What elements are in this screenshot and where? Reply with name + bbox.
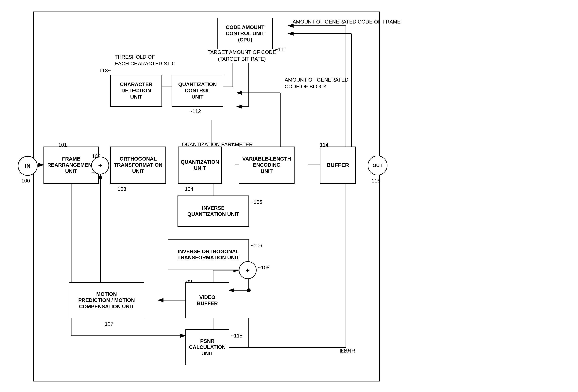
diagram-svg xyxy=(0,0,578,392)
out-circle: OUT xyxy=(368,156,387,175)
quant-block: QUANTIZATIONUNIT xyxy=(178,147,222,184)
lbl-101: 101 xyxy=(58,142,67,148)
motion-block: MOTIONPREDICTION / MOTIONCOMPENSATION UN… xyxy=(69,282,144,318)
video-buf-block: VIDEOBUFFER xyxy=(186,282,229,318)
lbl-105: ~105 xyxy=(251,199,262,205)
lbl-112: ~112 xyxy=(189,108,201,114)
char-detect-block: CHARACTERDETECTIONUNIT xyxy=(110,75,162,107)
lbl-109: 109 xyxy=(184,278,192,285)
target-label: TARGET AMOUNT OF CODE(TARGET BIT RATE) xyxy=(208,49,276,62)
buffer-block: BUFFER xyxy=(320,147,356,184)
lbl-113: 113~ xyxy=(99,68,111,74)
inv-quant-block: INVERSEQUANTIZATION UNIT xyxy=(178,196,249,227)
code-amount-block: CODE AMOUNTCONTROL UNIT(CPU) xyxy=(217,18,273,49)
var-len-block: VARIABLE-LENGTHENCODINGUNIT xyxy=(239,147,294,184)
diagram-container: 116 CODE AMOUNTCONTROL UNIT(CPU) ~111 CH… xyxy=(0,0,578,392)
lbl-102: 102 xyxy=(92,153,100,159)
lbl-107: 107 xyxy=(105,321,113,327)
adder-108: + xyxy=(239,261,257,279)
threshold-label: THRESHOLD OFEACH CHARACTERISTIC xyxy=(115,54,176,67)
psnr-block: PSNRCALCULATIONUNIT xyxy=(186,329,229,365)
svg-point-44 xyxy=(247,288,251,292)
psnr-text: PSNR xyxy=(340,348,355,354)
lbl-104: 104 xyxy=(185,186,193,192)
lbl-100: 100 xyxy=(21,178,30,184)
lbl-116: 116 xyxy=(372,178,380,184)
orth-trans-block: ORTHOGONALTRANSFORMATIONUNIT xyxy=(110,147,166,184)
lbl-106: ~106 xyxy=(251,242,262,249)
amt-gen-frame-label: AMOUNT OF GENERATED CODE OF FRAME xyxy=(292,19,401,25)
amt-gen-block-label: AMOUNT OF GENERATEDCODE OF BLOCK xyxy=(285,77,348,90)
in-circle: IN xyxy=(18,156,38,176)
frame-rearr-block: FRAMEREARRANGEMENTUNIT xyxy=(44,147,99,184)
lbl-103: 103 xyxy=(118,186,126,192)
lbl-111: ~111 xyxy=(275,46,287,52)
lbl-110: 110 xyxy=(231,141,240,148)
lbl-115: ~115 xyxy=(231,333,242,339)
lbl-114: 114 xyxy=(320,142,328,148)
quant-ctrl-block: QUANTIZATIONCONTROLUNIT xyxy=(172,75,223,107)
inv-orth-block: INVERSE ORTHOGONALTRANSFORMATION UNIT xyxy=(168,239,249,270)
lbl-108: ~108 xyxy=(258,265,270,271)
